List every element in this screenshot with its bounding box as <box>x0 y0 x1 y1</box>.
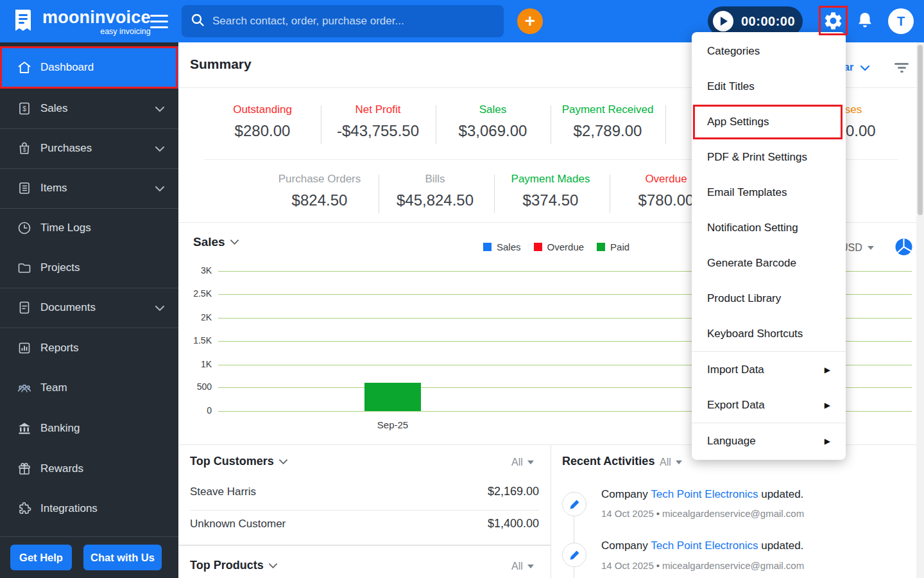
settings-menu: Categories Edit Titles App Settings PDF … <box>692 32 846 460</box>
vertical-scrollbar[interactable] <box>916 42 924 578</box>
sidebar-item-label: Items <box>40 182 67 195</box>
legend-item-overdue: Overdue <box>534 241 585 252</box>
period-selector[interactable]: ar <box>844 62 869 73</box>
summary-label: Purchase Orders <box>262 173 377 186</box>
sidebar-item-reports[interactable]: Reports <box>0 328 178 368</box>
menu-item-edit-titles[interactable]: Edit Titles <box>692 69 846 104</box>
filter-icon[interactable] <box>894 63 909 74</box>
menu-item-language[interactable]: Language ▶ <box>692 423 846 459</box>
summary-label: Net Profit <box>320 103 436 116</box>
sidebar-item-team[interactable]: Team <box>0 368 178 408</box>
y-axis-tick: 1.5K <box>178 335 212 346</box>
sidebar: Dashboard $ Sales $ Purchases <box>0 42 178 578</box>
summary-card-payment-mades: Payment Mades $374.50 <box>493 173 608 209</box>
chevron-down-icon <box>155 142 164 155</box>
search-input[interactable] <box>212 15 495 28</box>
sidebar-item-label: Sales <box>40 102 68 115</box>
svg-text:$: $ <box>22 105 26 112</box>
notifications-bell-button[interactable] <box>856 11 874 33</box>
sidebar-item-documents[interactable]: Documents <box>0 288 178 328</box>
legend-item-paid: Paid <box>597 241 629 252</box>
company-link[interactable]: Tech Point Electronics <box>651 488 758 500</box>
menu-item-product-library[interactable]: Product Library <box>692 281 846 316</box>
menu-item-keyboard-shortcuts[interactable]: Keyboard Shortcuts <box>692 316 846 351</box>
top-customers-dropdown[interactable]: Top Customers <box>190 455 287 468</box>
submenu-arrow-icon: ▶ <box>825 365 830 374</box>
y-axis-tick: 2.5K <box>178 288 212 299</box>
summary-value: $280.00 <box>205 122 320 140</box>
chart-bar-paid[interactable] <box>364 383 421 411</box>
summary-label: Bills <box>377 173 493 186</box>
play-icon[interactable] <box>713 11 733 31</box>
chevron-down-icon <box>527 565 534 568</box>
shopping-bag-icon: $ <box>17 141 32 156</box>
sidebar-item-label: Purchases <box>40 142 92 155</box>
y-axis-tick: 3K <box>178 265 212 276</box>
sidebar-item-projects[interactable]: Projects <box>0 248 178 288</box>
puzzle-icon <box>17 501 32 516</box>
menu-item-app-settings[interactable]: App Settings <box>692 104 846 139</box>
user-avatar[interactable]: T <box>888 8 914 34</box>
sidebar-item-time-logs[interactable]: Time Logs <box>0 208 178 248</box>
brand-name: mooninvoice <box>42 9 151 26</box>
settings-gear-button[interactable] <box>823 10 844 34</box>
customer-row-name[interactable]: Unknown Customer <box>190 518 286 530</box>
menu-item-generate-barcode[interactable]: Generate Barcode <box>692 245 846 281</box>
sidebar-item-rewards[interactable]: Rewards <box>0 448 178 489</box>
menu-item-notification-setting[interactable]: Notification Setting <box>692 210 846 245</box>
chevron-down-icon <box>860 66 869 71</box>
timer-value: 00:00:00 <box>741 14 795 29</box>
summary-card-net-profit: Net Profit -$43,755.50 <box>320 103 436 140</box>
sidebar-item-sales[interactable]: $ Sales <box>0 89 178 128</box>
chevron-down-icon <box>155 301 164 314</box>
sidebar-item-label: Integrations <box>40 502 98 515</box>
summary-value: $45,824.50 <box>377 191 493 209</box>
pie-chart-toggle-icon[interactable] <box>895 238 912 258</box>
y-axis-tick: 1K <box>178 359 212 369</box>
summary-card-payment-received: Payment Received $2,789.00 <box>550 103 665 140</box>
company-link[interactable]: Tech Point Electronics <box>651 539 758 552</box>
sales-chart-dropdown[interactable]: Sales <box>193 235 239 249</box>
top-customers-filter[interactable]: All <box>511 457 534 468</box>
chevron-down-icon <box>676 460 682 464</box>
edit-activity-icon[interactable] <box>562 543 586 567</box>
sidebar-item-integrations[interactable]: Integrations <box>0 489 178 529</box>
summary-card-sales: Sales $3,069.00 <box>435 103 551 140</box>
menu-item-categories[interactable]: Categories <box>692 33 846 69</box>
recent-activities-filter[interactable]: All <box>660 457 682 468</box>
get-help-button[interactable]: Get Help <box>10 545 72 570</box>
recent-activities-title: Recent Activities <box>562 455 654 468</box>
sidebar-item-label: Time Logs <box>40 222 91 234</box>
summary-label: Outstanding <box>205 103 320 116</box>
chevron-down-icon <box>230 240 239 245</box>
sidebar-item-dashboard[interactable]: Dashboard <box>0 46 178 89</box>
sidebar-item-banking[interactable]: Banking <box>0 408 178 448</box>
brand-logo[interactable]: mooninvoice easy invoicing <box>10 8 151 37</box>
y-axis-tick: 2K <box>178 312 212 322</box>
chat-with-us-button[interactable]: Chat with Us <box>83 545 162 570</box>
add-new-button[interactable]: + <box>517 8 543 34</box>
customer-row-name[interactable]: Steave Harris <box>190 486 256 498</box>
hamburger-menu-icon[interactable] <box>150 15 168 32</box>
sidebar-item-purchases[interactable]: $ Purchases <box>0 128 178 168</box>
menu-item-email-templates[interactable]: Email Templates <box>692 175 846 210</box>
edit-activity-icon[interactable] <box>562 492 586 516</box>
svg-text:$: $ <box>23 146 26 153</box>
top-products-dropdown[interactable]: Top Products <box>190 559 277 572</box>
scrollbar-thumb[interactable] <box>918 45 923 215</box>
menu-item-export-data[interactable]: Export Data ▶ <box>692 387 846 423</box>
section-title: Top Customers <box>190 455 274 468</box>
top-products-filter[interactable]: All <box>511 561 534 572</box>
chevron-down-icon <box>279 459 287 464</box>
menu-item-import-data[interactable]: Import Data ▶ <box>692 352 846 387</box>
chevron-down-icon <box>868 246 874 250</box>
chevron-down-icon <box>155 102 164 115</box>
section-title: Top Products <box>190 559 264 572</box>
menu-item-pdf-print-settings[interactable]: PDF & Print Settings <box>692 139 846 175</box>
sidebar-item-label: Team <box>40 381 67 394</box>
activity-text: Company Tech Point Electronics updated. <box>601 539 803 552</box>
global-search[interactable] <box>182 5 504 37</box>
folder-icon <box>17 260 32 276</box>
sidebar-item-items[interactable]: Items <box>0 168 178 208</box>
summary-value: $824.50 <box>262 191 377 209</box>
